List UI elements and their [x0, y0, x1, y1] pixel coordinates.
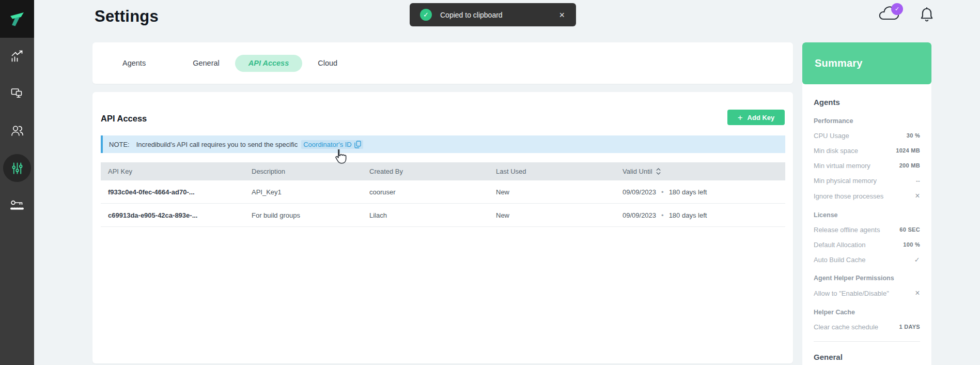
description-value: API_Key1 — [252, 188, 369, 196]
col-created-by: Created By — [369, 168, 496, 175]
cloud-status-button[interactable]: ✓ — [877, 5, 902, 25]
summary-row: Release offline agents 60 SEC — [814, 225, 920, 234]
created-by-value: cooruser — [369, 188, 496, 196]
section-title: API Access — [101, 114, 147, 124]
summary-row: Auto Build Cache ✓ — [814, 255, 920, 264]
summary-heading-agents: Agents — [814, 98, 920, 107]
toast-close-icon[interactable]: × — [557, 9, 567, 21]
description-value: For build groups — [252, 211, 369, 219]
summary-panel: Summary Agents Performance CPU Usage 30 … — [802, 42, 931, 365]
tab-agents[interactable]: Agents — [122, 59, 146, 67]
api-access-card: API Access + Add Key NOTE: Incredibuild'… — [92, 92, 793, 363]
api-keys-table: API Key Description Created By Last Used… — [101, 162, 785, 227]
summary-row: Min physical memory -- — [814, 176, 920, 185]
summary-sub-helper-cache: Helper Cache — [814, 309, 920, 316]
page-title: Settings — [95, 7, 159, 26]
add-key-label: Add Key — [748, 114, 775, 121]
summary-row: CPU Usage 30 % — [814, 131, 920, 140]
add-key-button[interactable]: + Add Key — [727, 110, 785, 125]
summary-body: Agents Performance CPU Usage 30 % Min di… — [802, 84, 931, 365]
valid-until-value: 09/09/2023 • 180 days left — [623, 211, 785, 219]
col-api-key: API Key — [108, 168, 252, 175]
api-key-value: f933c0e4-0fec-4664-ad70-... — [108, 188, 252, 196]
sidebar-item-analytics[interactable] — [0, 38, 34, 75]
summary-sub-agent-helper-permissions: Agent Helper Permissions — [814, 275, 920, 282]
sidebar-item-license[interactable] — [0, 187, 34, 224]
notifications-button[interactable] — [920, 6, 934, 24]
license-key-icon — [9, 199, 25, 212]
col-last-used: Last Used — [496, 168, 623, 175]
last-used-value: New — [496, 211, 623, 219]
summary-row: Default Allocation 100 % — [814, 240, 920, 249]
summary-heading-general: General — [814, 353, 920, 361]
settings-sliders-icon — [10, 161, 24, 175]
toast-check-icon: ✓ — [420, 9, 432, 21]
settings-tabs-card: Agents General API Access Cloud — [92, 42, 793, 84]
plus-icon: + — [738, 113, 743, 122]
coordinators-id-link[interactable]: Coordinator's ID — [301, 140, 363, 149]
users-icon — [10, 124, 25, 139]
summary-sub-license: License — [814, 211, 920, 219]
summary-row: Ignore those processes × — [814, 191, 920, 201]
analytics-icon — [10, 49, 24, 64]
note-prefix: NOTE: — [109, 141, 130, 148]
sidebar — [0, 0, 34, 365]
dot-separator: • — [661, 188, 664, 196]
table-row: f933c0e4-0fec-4664-ad70-... API_Key1 coo… — [101, 180, 785, 204]
summary-row: Min disk space 1024 MB — [814, 146, 920, 155]
tab-cloud[interactable]: Cloud — [318, 59, 337, 67]
incredibuild-logo[interactable] — [0, 0, 34, 38]
note-text: Incredibuild's API call requires you to … — [136, 141, 298, 148]
last-used-value: New — [496, 188, 623, 196]
note-banner: NOTE: Incredibuild's API call requires y… — [101, 135, 785, 153]
header-actions: ✓ — [877, 5, 934, 25]
table-header-row: API Key Description Created By Last Used… — [101, 162, 785, 180]
summary-row: Min virtual memory 200 MB — [814, 161, 920, 170]
incredibuild-logo-icon — [8, 10, 26, 28]
summary-row: Allow to "Enable/Disable" × — [814, 288, 920, 298]
tab-bar: Agents General API Access Cloud — [122, 55, 337, 72]
days-left: 180 days left — [669, 188, 707, 196]
toast-copied: ✓ Copied to clipboard × — [410, 3, 576, 26]
api-key-value: c69913da-e905-42ca-893e-... — [108, 211, 252, 219]
cloud-check-badge: ✓ — [891, 3, 903, 15]
bell-icon — [920, 6, 934, 23]
summary-sub-performance: Performance — [814, 117, 920, 125]
days-left: 180 days left — [669, 211, 707, 219]
x-mark-icon: × — [915, 191, 920, 201]
table-row: c69913da-e905-42ca-893e-... For build gr… — [101, 204, 785, 227]
summary-title: Summary — [815, 57, 863, 69]
builds-icon — [10, 86, 24, 101]
col-valid-until-sort[interactable]: Valid Until — [623, 168, 785, 175]
sidebar-item-builds[interactable] — [0, 75, 34, 112]
active-item-highlight — [3, 154, 31, 182]
summary-divider — [814, 341, 920, 342]
x-mark-icon: × — [915, 288, 920, 298]
tab-api-access[interactable]: API Access — [235, 55, 302, 72]
sidebar-item-settings[interactable] — [0, 149, 34, 187]
dot-separator: • — [661, 211, 664, 219]
summary-header: Summary — [802, 42, 931, 84]
copy-icon — [354, 141, 361, 148]
tab-general[interactable]: General — [193, 59, 220, 67]
sidebar-item-users[interactable] — [0, 112, 34, 149]
check-mark-icon: ✓ — [914, 256, 920, 264]
toast-message: Copied to clipboard — [440, 11, 557, 19]
sort-arrows-icon — [656, 168, 661, 175]
created-by-value: Lilach — [369, 211, 496, 219]
settings-page: Settings ✓ Copied to clipboard × ✓ Agent… — [0, 0, 980, 365]
summary-row: Clear cache schedule 1 DAYS — [814, 323, 920, 331]
col-description: Description — [252, 168, 369, 175]
valid-until-value: 09/09/2023 • 180 days left — [623, 188, 785, 196]
